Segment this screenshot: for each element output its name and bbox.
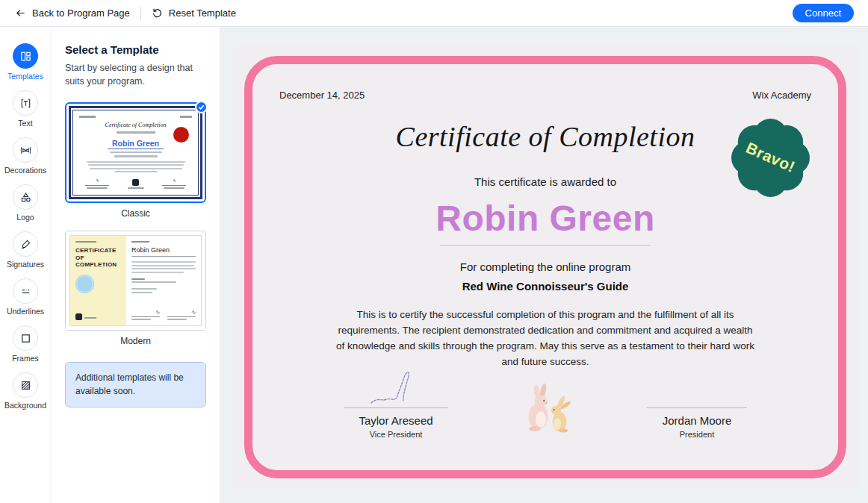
classic-thumb-paragraph — [73, 161, 198, 173]
signature-scribble-icon — [362, 369, 430, 407]
classic-thumb-logo — [132, 179, 139, 186]
awarded-line[interactable]: This certificate is awarded to — [233, 175, 858, 188]
modern-thumb-heading: CERTIFICATE OF COMPLETION — [75, 247, 121, 269]
modern-thumb-right-panel: Robin Green — [126, 236, 201, 325]
classic-thumbnail: Certificate of Completion Robin Green — [69, 106, 202, 199]
sidebar-label: Frames — [12, 354, 39, 363]
signatory-name: Jordan Moore — [647, 414, 747, 427]
panel-title: Select a Template — [65, 43, 206, 56]
signature-block-left[interactable]: Taylor Areseed Vice President — [344, 364, 448, 439]
sidebar-item-logo[interactable]: Logo — [0, 184, 51, 222]
signature-block-right[interactable]: Jordan Moore President — [647, 364, 747, 439]
back-button[interactable]: Back to Program Page — [15, 7, 130, 19]
sidebar-label: Background — [4, 401, 46, 410]
back-button-label: Back to Program Page — [32, 7, 130, 19]
sidebar-label: Decorations — [4, 166, 46, 175]
certificate-body-text[interactable]: This is to certify the successful comple… — [336, 307, 754, 370]
signature-line — [647, 407, 747, 408]
classic-thumb-org-line — [180, 116, 192, 118]
sidebar: Templates Text Decorations Logo — [0, 27, 52, 503]
classic-thumb-seal — [173, 127, 189, 143]
classic-thumb-text-line — [114, 155, 158, 157]
templates-icon — [13, 43, 38, 69]
sidebar-item-frames[interactable]: Frames — [0, 325, 51, 363]
selected-check-icon — [195, 101, 208, 113]
template-label-classic: Classic — [65, 208, 206, 219]
back-arrow-icon — [15, 7, 26, 19]
recipient-name[interactable]: Robin Green — [233, 198, 858, 239]
editor-canvas: December 14, 2025 Wix Academy Certificat… — [220, 27, 868, 503]
signatory-title: President — [647, 430, 747, 439]
reset-template-label: Reset Template — [169, 7, 236, 19]
classic-thumb-text-line — [110, 151, 162, 154]
sidebar-label: Underlines — [7, 307, 44, 316]
template-label-modern: Modern — [65, 336, 206, 346]
certificate-organization[interactable]: Wix Academy — [752, 90, 811, 101]
main-area: Templates Text Decorations Logo — [0, 27, 868, 503]
sidebar-item-underlines[interactable]: Underlines — [0, 278, 51, 316]
panel-subtitle: Start by selecting a design that suits y… — [65, 61, 206, 88]
background-icon — [13, 372, 38, 398]
program-name[interactable]: Red Wine Connoisseur's Guide — [233, 280, 858, 293]
logo-icon — [13, 184, 38, 210]
sidebar-label: Text — [18, 119, 32, 128]
sidebar-item-background[interactable]: Background — [0, 372, 51, 410]
topbar-left: Back to Program Page Reset Template — [15, 7, 236, 20]
signatory-title: Vice President — [344, 430, 448, 439]
topbar-divider — [140, 7, 141, 20]
frames-icon — [13, 325, 38, 351]
modern-thumb-program-lines — [131, 278, 196, 284]
modern-thumb-paragraph — [131, 261, 196, 273]
classic-thumb-recipient: Robin Green — [108, 139, 164, 149]
sidebar-item-decorations[interactable]: Decorations — [0, 137, 51, 175]
decorations-icon — [13, 137, 38, 163]
template-option-modern[interactable]: CERTIFICATE OF COMPLETION Robin Green — [65, 231, 206, 331]
modern-thumb-seal — [75, 275, 94, 293]
rabbits-icon — [520, 384, 578, 433]
templates-note: Additional templates will be available s… — [65, 362, 206, 407]
connect-button[interactable]: Connect — [793, 4, 854, 22]
modern-thumb-recipient: Robin Green — [131, 246, 196, 254]
modern-thumb-logo — [75, 313, 82, 320]
sidebar-item-signatures[interactable]: Signatures — [0, 231, 51, 269]
underlines-icon — [13, 278, 38, 304]
signatures-icon — [13, 231, 38, 257]
signature-line — [344, 407, 448, 408]
signatory-name: Taylor Areseed — [344, 414, 448, 427]
sidebar-item-templates[interactable]: Templates — [0, 43, 51, 81]
certificate-editor: Back to Program Page Reset Template Conn… — [0, 0, 868, 503]
modern-thumbnail: CERTIFICATE OF COMPLETION Robin Green — [66, 231, 205, 330]
certificate-canvas[interactable]: December 14, 2025 Wix Academy Certificat… — [233, 45, 858, 490]
text-icon — [13, 90, 38, 116]
template-panel: Select a Template Start by selecting a d… — [52, 27, 220, 503]
program-line[interactable]: For completing the online program — [233, 260, 858, 273]
rabbits-illustration[interactable] — [520, 384, 578, 436]
classic-thumb-date-line — [79, 116, 96, 118]
recipient-underline — [440, 245, 651, 246]
reset-template-button[interactable]: Reset Template — [152, 7, 236, 19]
sidebar-label: Signatures — [7, 260, 44, 269]
modern-thumb-signatures: ∿ ∿ — [131, 309, 196, 320]
topbar: Back to Program Page Reset Template Conn… — [0, 0, 868, 27]
sidebar-label: Templates — [7, 72, 43, 81]
modern-thumb-left-panel: CERTIFICATE OF COMPLETION — [70, 236, 126, 325]
reset-icon — [152, 7, 163, 19]
modern-thumb-date-lines — [131, 288, 196, 293]
sidebar-item-text[interactable]: Text — [0, 90, 51, 128]
template-option-classic[interactable]: Certificate of Completion Robin Green — [65, 102, 206, 203]
classic-thumb-presented-line — [117, 131, 155, 134]
certificate-date[interactable]: December 14, 2025 — [279, 90, 365, 101]
classic-thumb-signatures: ∿ ∿ — [73, 178, 198, 189]
sidebar-label: Logo — [16, 213, 34, 222]
signature-empty-area — [647, 364, 747, 407]
